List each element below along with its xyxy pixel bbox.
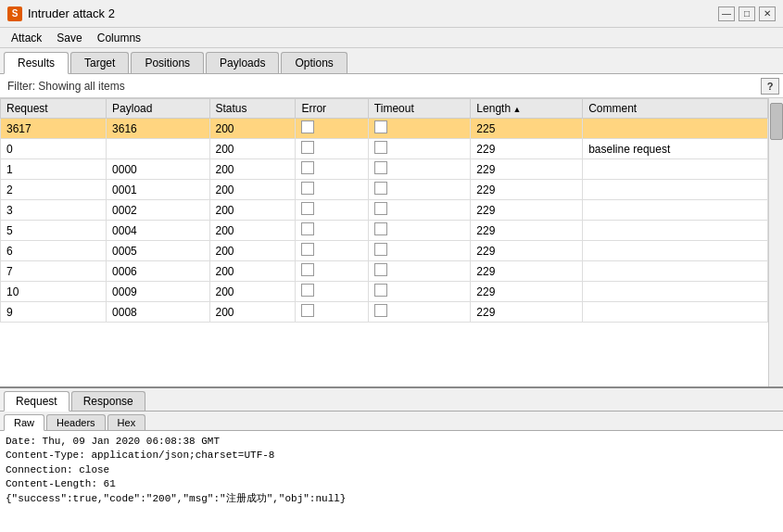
cell-payload: 0002 bbox=[107, 200, 209, 221]
table-row[interactable]: 0200229baseline request bbox=[1, 139, 768, 159]
timeout-checkbox[interactable] bbox=[374, 141, 387, 154]
inner-tab-headers[interactable]: Headers bbox=[46, 414, 106, 430]
menu-item-columns[interactable]: Columns bbox=[90, 31, 148, 45]
table-row[interactable]: 60005200229 bbox=[1, 241, 768, 261]
table-row[interactable]: 90008200229 bbox=[1, 302, 768, 323]
timeout-checkbox[interactable] bbox=[374, 182, 387, 195]
cell-comment bbox=[583, 159, 768, 180]
cell-payload: 0000 bbox=[107, 159, 209, 180]
cell-payload: 0004 bbox=[107, 221, 209, 241]
col-header-error[interactable]: Error bbox=[296, 99, 368, 119]
table-scrollbar[interactable] bbox=[768, 98, 783, 386]
col-header-length[interactable]: Length bbox=[471, 99, 583, 119]
table-row[interactable]: 20001200229 bbox=[1, 180, 768, 200]
cell-length: 229 bbox=[471, 180, 583, 200]
cell-length: 229 bbox=[471, 282, 583, 302]
cell-comment bbox=[583, 200, 768, 221]
sub-tab-response[interactable]: Response bbox=[71, 391, 145, 411]
timeout-checkbox[interactable] bbox=[374, 222, 387, 235]
cell-length: 229 bbox=[471, 159, 583, 180]
col-header-status[interactable]: Status bbox=[209, 99, 296, 119]
scrollbar-thumb[interactable] bbox=[770, 103, 783, 140]
tab-target[interactable]: Target bbox=[70, 52, 129, 73]
error-checkbox[interactable] bbox=[301, 263, 314, 276]
cell-payload: 3616 bbox=[107, 119, 209, 139]
response-line: Date: Thu, 09 Jan 2020 06:08:38 GMT bbox=[6, 435, 777, 449]
filter-text: Filter: Showing all items bbox=[4, 79, 757, 94]
table-row[interactable]: 30002200229 bbox=[1, 200, 768, 221]
app-icon: S bbox=[7, 6, 22, 21]
menu-item-save[interactable]: Save bbox=[49, 31, 89, 45]
results-table: RequestPayloadStatusErrorTimeoutLengthCo… bbox=[0, 98, 768, 323]
timeout-checkbox[interactable] bbox=[374, 243, 387, 256]
cell-length: 229 bbox=[471, 200, 583, 221]
cell-request: 3 bbox=[1, 200, 107, 221]
timeout-checkbox[interactable] bbox=[374, 202, 387, 215]
tab-positions[interactable]: Positions bbox=[131, 52, 204, 73]
sub-tabs-bar: RequestResponse bbox=[0, 388, 783, 412]
inner-tab-hex[interactable]: Hex bbox=[107, 414, 146, 430]
bottom-panel: RequestResponse RawHeadersHex Date: Thu,… bbox=[0, 388, 783, 532]
cell-length: 229 bbox=[471, 241, 583, 261]
error-checkbox[interactable] bbox=[301, 120, 314, 133]
cell-length: 229 bbox=[471, 302, 583, 323]
cell-request: 7 bbox=[1, 261, 107, 282]
error-checkbox[interactable] bbox=[301, 222, 314, 235]
minimize-button[interactable]: — bbox=[718, 6, 735, 21]
sub-tab-request[interactable]: Request bbox=[4, 391, 69, 412]
error-checkbox[interactable] bbox=[301, 161, 314, 174]
menu-item-attack[interactable]: Attack bbox=[4, 31, 49, 45]
tab-options[interactable]: Options bbox=[281, 52, 347, 73]
inner-tabs-bar: RawHeadersHex bbox=[0, 412, 783, 431]
table-scroll[interactable]: RequestPayloadStatusErrorTimeoutLengthCo… bbox=[0, 98, 768, 386]
inner-tab-raw[interactable]: Raw bbox=[4, 414, 44, 431]
timeout-checkbox[interactable] bbox=[374, 263, 387, 276]
table-row[interactable]: 10000200229 bbox=[1, 159, 768, 180]
cell-comment bbox=[583, 119, 768, 139]
cell-status: 200 bbox=[209, 282, 296, 302]
cell-request: 9 bbox=[1, 302, 107, 323]
error-checkbox[interactable] bbox=[301, 141, 314, 154]
table-row[interactable]: 36173616200225 bbox=[1, 119, 768, 139]
error-checkbox[interactable] bbox=[301, 304, 314, 317]
cell-comment bbox=[583, 261, 768, 282]
cell-request: 2 bbox=[1, 180, 107, 200]
col-header-comment[interactable]: Comment bbox=[583, 99, 768, 119]
timeout-checkbox[interactable] bbox=[374, 161, 387, 174]
error-checkbox[interactable] bbox=[301, 202, 314, 215]
tab-payloads[interactable]: Payloads bbox=[206, 52, 279, 73]
table-row[interactable]: 100009200229 bbox=[1, 282, 768, 302]
error-checkbox[interactable] bbox=[301, 182, 314, 195]
response-content: Date: Thu, 09 Jan 2020 06:08:38 GMTConte… bbox=[0, 431, 783, 532]
cell-comment bbox=[583, 241, 768, 261]
col-header-request[interactable]: Request bbox=[1, 99, 107, 119]
cell-status: 200 bbox=[209, 139, 296, 159]
timeout-checkbox[interactable] bbox=[374, 284, 387, 297]
tab-results[interactable]: Results bbox=[4, 52, 69, 74]
filter-help-button[interactable]: ? bbox=[761, 78, 779, 95]
response-line: Content-Type: application/json;charset=U… bbox=[6, 449, 777, 462]
col-header-timeout[interactable]: Timeout bbox=[368, 99, 471, 119]
response-line: Content-Length: 61 bbox=[6, 477, 777, 491]
main-tabs: ResultsTargetPositionsPayloadsOptions bbox=[0, 48, 783, 74]
cell-payload: 0005 bbox=[107, 241, 209, 261]
cell-request: 5 bbox=[1, 221, 107, 241]
timeout-checkbox[interactable] bbox=[374, 304, 387, 317]
cell-status: 200 bbox=[209, 221, 296, 241]
error-checkbox[interactable] bbox=[301, 284, 314, 297]
cell-comment: baseline request bbox=[583, 139, 768, 159]
maximize-button[interactable]: □ bbox=[739, 6, 755, 21]
cell-comment bbox=[583, 180, 768, 200]
cell-status: 200 bbox=[209, 200, 296, 221]
table-row[interactable]: 50004200229 bbox=[1, 221, 768, 241]
col-header-payload[interactable]: Payload bbox=[107, 99, 209, 119]
cell-request: 3617 bbox=[1, 119, 107, 139]
error-checkbox[interactable] bbox=[301, 243, 314, 256]
cell-request: 6 bbox=[1, 241, 107, 261]
timeout-checkbox[interactable] bbox=[374, 120, 387, 133]
close-button[interactable]: ✕ bbox=[759, 6, 776, 21]
table-row[interactable]: 70006200229 bbox=[1, 261, 768, 282]
cell-status: 200 bbox=[209, 180, 296, 200]
cell-status: 200 bbox=[209, 119, 296, 139]
menu-bar: AttackSaveColumns bbox=[0, 28, 783, 48]
